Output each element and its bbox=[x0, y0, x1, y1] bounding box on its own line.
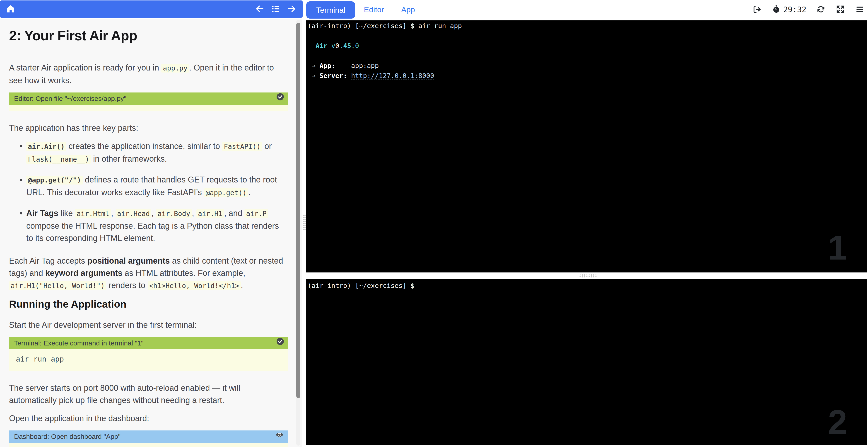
terminal-resize-gutter[interactable] bbox=[306, 272, 868, 279]
terminal-1[interactable]: (air-intro) [~/exercises] $ air run app … bbox=[306, 21, 867, 272]
lesson-paragraph-arguments: Each Air Tag accepts positional argument… bbox=[9, 255, 288, 292]
arrow-right-icon bbox=[287, 4, 296, 14]
bullet-dot bbox=[20, 212, 22, 214]
page-title: 2: Your First Air App bbox=[9, 27, 288, 44]
hamburger-menu-icon bbox=[855, 5, 864, 14]
bullet-dot bbox=[20, 145, 22, 147]
lesson-paragraph-intro: A starter Air application is ready for y… bbox=[9, 62, 288, 87]
list-item: @app.get("/") defines a route that handl… bbox=[9, 174, 288, 199]
section-heading-running: Running the Application bbox=[9, 298, 288, 310]
lesson-list-button[interactable] bbox=[271, 4, 280, 14]
refresh-button[interactable] bbox=[816, 5, 826, 14]
session-timer: 29:32 bbox=[783, 5, 806, 14]
action-dashboard-body bbox=[9, 443, 288, 447]
drag-handle-icon[interactable] bbox=[303, 214, 306, 230]
lesson-paragraph-start: Start the Air development server in the … bbox=[9, 319, 288, 331]
action-dashboard-label: Dashboard: Open dashboard "App" bbox=[14, 430, 121, 443]
expand-icon bbox=[836, 5, 845, 14]
next-lesson-button[interactable] bbox=[287, 4, 296, 14]
action-dashboard-header: Dashboard: Open dashboard "App" bbox=[9, 430, 288, 443]
sign-out-button[interactable] bbox=[752, 5, 762, 14]
list-item: Air Tags like air.Html, air.Head, air.Bo… bbox=[9, 207, 288, 244]
action-editor-body bbox=[9, 105, 288, 111]
bullet-text: @app.get("/") defines a route that handl… bbox=[26, 174, 288, 199]
refresh-icon bbox=[816, 5, 826, 14]
action-terminal-command-text: air run app bbox=[9, 349, 288, 370]
terminal-2-output: (air-intro) [~/exercises] $ bbox=[308, 280, 867, 291]
lesson-scrollbar-thumb[interactable] bbox=[296, 23, 300, 398]
workspace-root: 2: Your First Air App A starter Air appl… bbox=[0, 0, 868, 447]
action-editor-header: Editor: Open file "~/exercises/app.py" bbox=[9, 92, 288, 105]
menu-button[interactable] bbox=[855, 5, 864, 14]
list-icon bbox=[271, 4, 280, 14]
terminal-2-number-watermark: 2 bbox=[828, 405, 847, 439]
lesson-panel: 2: Your First Air App A starter Air appl… bbox=[0, 19, 302, 447]
prev-lesson-button[interactable] bbox=[255, 4, 265, 14]
action-terminal-label: Terminal: Execute command in terminal "1… bbox=[14, 337, 144, 349]
bullet-text: Air Tags like air.Html, air.Head, air.Bo… bbox=[26, 207, 288, 244]
panel-resize-gutter[interactable] bbox=[302, 19, 306, 447]
session-toolbar: 29:32 bbox=[752, 0, 864, 19]
fullscreen-button[interactable] bbox=[836, 5, 845, 14]
bullet-dot bbox=[20, 179, 22, 181]
eye-icon bbox=[275, 430, 284, 443]
server-url-link[interactable]: http://127.0.0.1:8000 bbox=[351, 72, 434, 80]
action-terminal-header: Terminal: Execute command in terminal "1… bbox=[9, 337, 288, 349]
sign-out-icon bbox=[752, 5, 762, 14]
lesson-bullet-list: air.Air() creates the application instan… bbox=[9, 140, 288, 244]
home-icon bbox=[6, 4, 16, 14]
check-circle-icon bbox=[276, 92, 284, 105]
action-editor-label: Editor: Open file "~/exercises/app.py" bbox=[14, 92, 126, 105]
lesson-nav-group bbox=[255, 4, 296, 14]
terminal-1-output: (air-intro) [~/exercises] $ air run app … bbox=[308, 21, 867, 81]
arrow-left-icon bbox=[255, 4, 265, 14]
tab-terminal[interactable]: Terminal bbox=[306, 1, 355, 19]
check-circle-icon bbox=[276, 337, 284, 350]
drag-handle-icon[interactable] bbox=[579, 274, 597, 278]
tab-editor[interactable]: Editor bbox=[355, 0, 393, 19]
lesson-topbar bbox=[0, 0, 303, 18]
action-terminal-command: Terminal: Execute command in terminal "1… bbox=[9, 337, 288, 370]
lesson-paragraph-parts: The application has three key parts: bbox=[9, 122, 288, 134]
home-button[interactable] bbox=[6, 4, 16, 14]
view-tabbar: Terminal Editor App 29:32 bbox=[306, 0, 868, 19]
lesson-content: 2: Your First Air App A starter Air appl… bbox=[0, 19, 302, 447]
terminal-2[interactable]: (air-intro) [~/exercises] $ 2 bbox=[306, 279, 867, 445]
action-editor-open-file: Editor: Open file "~/exercises/app.py" bbox=[9, 92, 288, 111]
list-item: air.Air() creates the application instan… bbox=[9, 140, 288, 166]
action-dashboard-open: Dashboard: Open dashboard "App" bbox=[9, 430, 288, 447]
stopwatch-icon bbox=[772, 4, 781, 14]
tab-app[interactable]: App bbox=[393, 0, 424, 19]
lesson-paragraph-server: The server starts on port 8000 with auto… bbox=[9, 382, 288, 407]
terminal-1-number-watermark: 1 bbox=[828, 230, 847, 265]
bullet-text: air.Air() creates the application instan… bbox=[26, 140, 288, 166]
lesson-paragraph-open: Open the application in the dashboard: bbox=[9, 412, 288, 424]
